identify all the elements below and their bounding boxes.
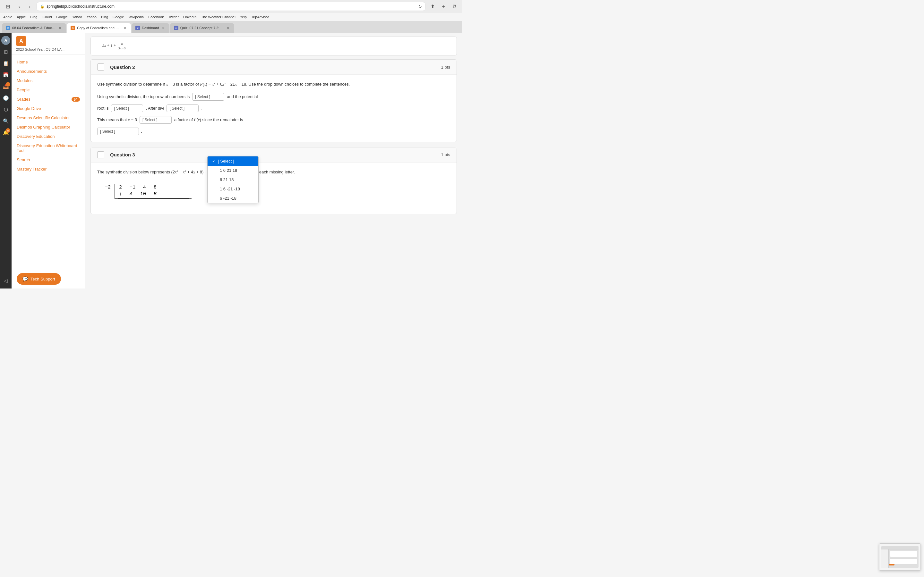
rail-commons[interactable]: ⬡ — [1, 105, 11, 115]
tab-federalism[interactable]: C 08.04 Federalism & Education ✕ — [2, 23, 66, 33]
nav-rail: A ⊞ 📋 📅 📥 1 🕐 ⬡ 🔍 🔔 10 ◁ — [0, 33, 11, 288]
rail-search[interactable]: 🔍 — [1, 116, 11, 126]
coeff-4: 8 — [153, 185, 157, 190]
lock-icon: 🔒 — [40, 5, 45, 9]
question-3-checkbox[interactable] — [97, 151, 104, 158]
browser-chrome: ⊞ ‹ › 🔒 springfieldpublicschools.instruc… — [0, 0, 462, 33]
dropdown-label-2: 6 21 18 — [220, 177, 234, 182]
rail-dashboard[interactable]: ⊞ — [1, 47, 11, 57]
bookmark-icloud[interactable]: iCloud — [42, 15, 52, 19]
bookmark-linkedin[interactable]: LinkedIn — [183, 15, 197, 19]
tab-title-1: 08.04 Federalism & Education — [12, 26, 56, 30]
bookmark-yahoo2[interactable]: Yahoo — [87, 15, 97, 19]
bookmark-yahoo1[interactable]: Yahoo — [72, 15, 82, 19]
school-logo: A — [16, 36, 26, 46]
sidebar-school: A 2023 School Year: Q3-Q4 LA... — [11, 33, 85, 55]
tab-venn[interactable]: G Copy of Federalism and Education Venn … — [67, 23, 131, 33]
question-3-title: Question 3 — [110, 152, 135, 157]
forward-button[interactable]: › — [25, 2, 34, 11]
dropdown-item-2[interactable]: 6 21 18 — [208, 175, 258, 184]
new-tab-button[interactable]: ＋ — [439, 2, 448, 11]
division-table: −2 x x 2 −1 4 8 — [97, 181, 450, 207]
sidebar-item-people[interactable]: People — [11, 85, 85, 95]
search-icon: 🔍 — [3, 118, 9, 124]
row-select[interactable]: [ Select ] 1 6 21 18 6 21 18 1 6 -21 -18… — [192, 93, 224, 101]
sidebar-item-google-drive[interactable]: Google Drive — [11, 104, 85, 113]
sidebar-item-mastery-tracker[interactable]: Mastery Tracker — [11, 164, 85, 174]
bookmark-bing2[interactable]: Bing — [101, 15, 108, 19]
rail-settings[interactable]: ◁ — [1, 276, 11, 286]
dropdown-item-3[interactable]: 1 6 -21 -18 — [208, 184, 258, 193]
row2-suffix: . — [201, 106, 202, 111]
remainder-select[interactable]: [ Select ] — [97, 127, 139, 135]
bookmark-google1[interactable]: Google — [57, 15, 68, 19]
dropdown-item-select[interactable]: ✓ [ Select ] — [208, 156, 258, 166]
val-10: 10 — [140, 191, 146, 197]
sidebar-toggle[interactable]: ⊞ — [3, 2, 12, 11]
sidebar-item-home[interactable]: Home — [11, 57, 85, 67]
sidebar-item-discovery-whiteboard[interactable]: Discovery Education Whiteboard Tool — [11, 141, 85, 155]
bookmark-apple1[interactable]: Apple — [3, 15, 12, 19]
tab-close-2[interactable]: ✕ — [123, 26, 127, 30]
question-2-body: Use synthetic division to determine if x… — [91, 75, 457, 142]
bookmark-tripadvisor[interactable]: TripAdvisor — [251, 15, 269, 19]
question-2-text: Use synthetic division to determine if x… — [97, 81, 450, 88]
dropdown-menu: ✓ [ Select ] 1 6 21 18 6 21 18 1 6 -21 -… — [207, 156, 258, 203]
reload-icon[interactable]: ↻ — [418, 4, 422, 9]
back-button[interactable]: ‹ — [15, 2, 24, 11]
tech-support-button[interactable]: 💬 Tech Support — [17, 273, 61, 285]
sidebar-item-announcements[interactable]: Announcements — [11, 67, 85, 76]
url-text: springfieldpublicschools.instructure.com — [47, 4, 417, 9]
tab-close-4[interactable]: ✕ — [226, 26, 230, 30]
tab-title-4: Quiz: 07.21 Concept 7.2: Let's Practice! — [180, 26, 224, 30]
question-3-pts: 1 pts — [441, 152, 450, 157]
bookmark-weather[interactable]: The Weather Channel — [201, 15, 236, 19]
bookmark-google2[interactable]: Google — [113, 15, 124, 19]
bookmark-wikipedia[interactable]: Wikipedia — [129, 15, 144, 19]
dashboard-icon: ⊞ — [4, 49, 8, 55]
rail-inbox[interactable]: 📥 1 — [1, 81, 11, 92]
rail-calendar[interactable]: 📅 — [1, 70, 11, 80]
dropdown-label-3: 1 6 -21 -18 — [220, 187, 240, 191]
letter-b: B — [153, 191, 157, 197]
sidebar-item-discovery-edu[interactable]: Discovery Education — [11, 132, 85, 141]
school-name: 2023 School Year: Q3-Q4 LA... — [16, 47, 81, 51]
tabs-overview-button[interactable]: ⧉ — [450, 2, 459, 11]
sidebar-item-desmos-sci[interactable]: Desmos Scientific Calculator — [11, 113, 85, 122]
means-select-wrapper: [ Select ] — [140, 116, 172, 124]
sidebar-item-modules[interactable]: Modules — [11, 76, 85, 85]
settings-icon: ◁ — [4, 278, 8, 284]
check-icon: ✓ — [212, 159, 215, 163]
coeff-2: −1 — [129, 185, 136, 190]
bookmark-apple2[interactable]: Apple — [17, 15, 26, 19]
rail-history[interactable]: 🕐 — [1, 93, 11, 103]
tab-close-3[interactable]: ✕ — [161, 26, 166, 30]
means-select[interactable]: [ Select ] — [140, 116, 172, 124]
dropdown-item-1[interactable]: 1 6 21 18 — [208, 166, 258, 175]
sidebar-item-desmos-graph[interactable]: Desmos Graphing Calculator — [11, 122, 85, 132]
root-select[interactable]: [ Select ] — [111, 105, 143, 112]
tab-quiz[interactable]: ★ Quiz: 07.21 Concept 7.2: Let's Practic… — [170, 23, 234, 33]
rail-courses[interactable]: 📋 — [1, 58, 11, 69]
rail-notifications[interactable]: 🔔 10 — [1, 127, 11, 138]
tab-dashboard[interactable]: ★ Dashboard ✕ — [132, 23, 170, 33]
address-bar[interactable]: 🔒 springfieldpublicschools.instructure.c… — [37, 2, 425, 11]
history-icon: 🕐 — [3, 95, 9, 101]
share-button[interactable]: ⬆ — [428, 2, 437, 11]
question-2-pts: 1 pts — [441, 65, 450, 69]
bookmark-facebook[interactable]: Facebook — [148, 15, 164, 19]
bookmark-yelp[interactable]: Yelp — [240, 15, 247, 19]
sidebar-item-search[interactable]: Search — [11, 155, 85, 164]
sidebar-item-grades[interactable]: Grades 54 — [11, 95, 85, 104]
after-select[interactable]: [ Select ] — [166, 105, 199, 112]
rail-menu[interactable]: A — [1, 35, 11, 45]
question-2-checkbox[interactable] — [97, 63, 104, 71]
bookmark-twitter[interactable]: Twitter — [168, 15, 179, 19]
question-2-row2: root is [ Select ] . After divi [ Select… — [97, 105, 450, 112]
bookmark-bing1[interactable]: Bing — [30, 15, 37, 19]
question-2-bottom-row: [ Select ] . — [97, 127, 450, 135]
dropdown-item-4[interactable]: 6 -21 -18 — [208, 193, 258, 203]
notifications-badge: 10 — [6, 128, 10, 133]
tab-close-1[interactable]: ✕ — [58, 26, 62, 30]
dropdown-label-4: 6 -21 -18 — [220, 196, 236, 201]
